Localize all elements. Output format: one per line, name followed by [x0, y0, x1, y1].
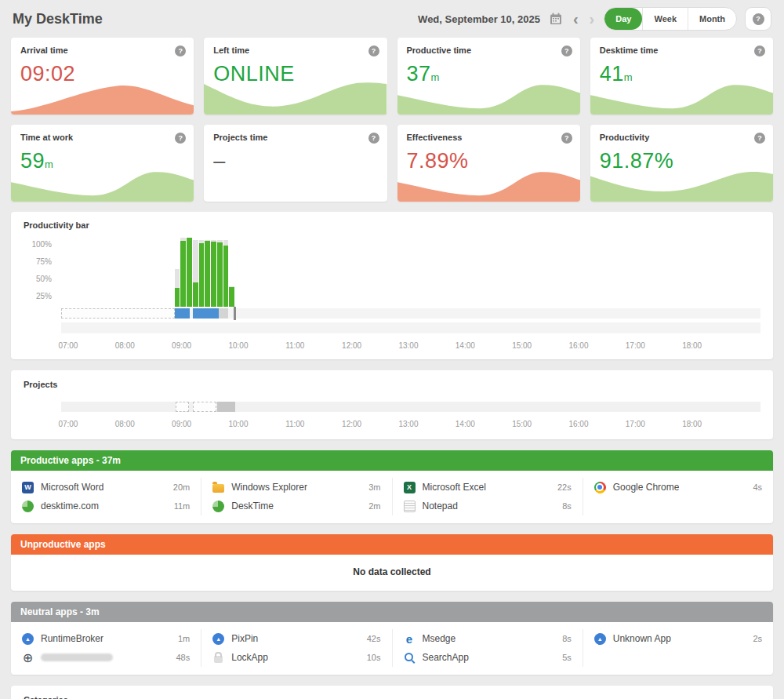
app-item[interactable]: LockApp10s — [212, 648, 380, 667]
stat-card-value: – — [204, 144, 387, 173]
stat-value-text: 37 — [407, 62, 431, 86]
app-time: 1m — [172, 634, 190, 643]
app-item[interactable]: ▲PixPin42s — [212, 629, 380, 648]
stat-card-header: Productive time? — [397, 38, 580, 56]
neutral-apps-panel: Neutral apps - 3m▲RuntimeBroker1m⊕48s▲Pi… — [11, 602, 773, 675]
timeline-segment-marker — [234, 307, 235, 320]
x-axis: 07:0008:0009:0010:0011:0012:0013:0014:00… — [61, 420, 760, 430]
app-time: 11m — [168, 501, 191, 511]
stat-card-value: ONLINE — [204, 56, 387, 86]
stat-card-title: Productive time — [407, 46, 472, 55]
app-item[interactable]: desktime.com11m — [22, 497, 190, 515]
x-tick-label: 08:00 — [115, 341, 135, 350]
x-tick-label: 11:00 — [285, 420, 304, 428]
stat-card-header: Projects time? — [204, 125, 387, 144]
x-tick-label: 15:00 — [512, 341, 532, 350]
productivity-bar-title: Productivity bar — [24, 220, 760, 230]
app-item[interactable]: XMicrosoft Excel22s — [404, 478, 572, 497]
app-item[interactable]: SearchApp5s — [404, 648, 572, 667]
help-icon[interactable]: ? — [561, 133, 572, 144]
help-icon[interactable]: ? — [368, 46, 379, 56]
globe-dark-icon: ⊕ — [22, 652, 34, 664]
app-name: Google Chrome — [613, 482, 680, 493]
productivity-bar — [187, 238, 192, 307]
app-item[interactable]: Google Chrome4s — [594, 478, 762, 497]
x-tick-label: 16:00 — [568, 420, 588, 428]
x-tick-label: 13:00 — [398, 341, 418, 350]
stat-card-title: Effectiveness — [407, 133, 463, 142]
stat-value-text: – — [213, 149, 226, 173]
help-icon[interactable]: ? — [175, 133, 186, 144]
prev-day-button[interactable]: ‹ — [572, 11, 580, 27]
categories-panel: Categories E-mailSocial MediaOffice apps… — [11, 686, 773, 699]
app-item[interactable]: ⊕48s — [22, 648, 190, 667]
projects-plot-area: 07:0008:0009:0010:0011:0012:0013:0014:00… — [61, 392, 760, 430]
help-icon[interactable]: ? — [175, 46, 186, 56]
x-tick-label: 12:00 — [342, 341, 361, 350]
help-icon[interactable]: ? — [561, 46, 572, 56]
view-tab-week[interactable]: Week — [642, 8, 688, 30]
stat-card-header: Arrival time? — [11, 38, 194, 56]
pie-green-icon — [22, 501, 34, 512]
app-item[interactable]: ▲RuntimeBroker1m — [22, 629, 190, 648]
plot-area: 07:0008:0009:0010:0011:0012:0013:0014:00… — [61, 238, 760, 351]
word-icon: W — [22, 482, 34, 493]
app-item[interactable]: eMsedge8s — [404, 629, 572, 648]
app-item[interactable]: DeskTime2m — [212, 497, 380, 515]
app-item[interactable]: WMicrosoft Word20m — [22, 478, 190, 497]
bar-fill — [211, 242, 216, 307]
y-axis: 100%75%50%25% — [24, 238, 61, 307]
app-time: 48s — [170, 653, 191, 662]
stat-value-text: 09:02 — [20, 62, 75, 86]
page-title: My DeskTime — [13, 11, 103, 27]
y-tick-label: 100% — [31, 240, 52, 249]
next-day-button[interactable]: › — [588, 11, 597, 27]
view-tab-day[interactable]: Day — [604, 8, 642, 30]
view-tab-month[interactable]: Month — [688, 8, 736, 30]
date-controls: Wed, September 10, 2025 ‹ › Day Week Mon… — [418, 7, 771, 31]
app-blue-icon: ▲ — [212, 633, 224, 645]
bar-fill — [175, 288, 180, 307]
stat-card-value: 7.89% — [397, 144, 580, 173]
app-blue-icon: ▲ — [594, 633, 606, 645]
help-icon[interactable]: ? — [368, 133, 379, 144]
timeline-segment-filled — [175, 308, 190, 319]
app-name: Microsoft Excel — [423, 482, 486, 493]
app-item[interactable]: Notepad8s — [404, 497, 572, 515]
stat-card-title: Arrival time — [20, 46, 68, 55]
app-blue-icon: ▲ — [22, 633, 34, 645]
unproductive-apps-panel: Unproductive appsNo data collected — [11, 534, 773, 591]
productivity-bar — [217, 238, 223, 307]
help-icon[interactable]: ? — [754, 46, 765, 56]
productive-apps-body: WMicrosoft Word20mdesktime.com11mWindows… — [11, 471, 773, 523]
timeline-segment-idle — [219, 308, 228, 319]
app-time: 4s — [746, 482, 762, 492]
help-button[interactable]: ? — [745, 7, 771, 31]
folder-icon — [212, 484, 224, 493]
apps-column: WMicrosoft Word20mdesktime.com11m — [11, 478, 201, 515]
stat-card-header: Left time? — [204, 38, 387, 56]
timeline-segment-solid — [217, 402, 235, 412]
productivity-bar — [223, 238, 229, 307]
stat-card-header: Effectiveness? — [397, 125, 580, 144]
app-item[interactable]: Windows Explorer3m — [212, 478, 380, 497]
notepad-icon — [404, 501, 416, 512]
x-tick-label: 11:00 — [285, 341, 304, 350]
bar-fill — [223, 246, 229, 307]
bar-fill — [199, 243, 205, 307]
calendar-icon[interactable] — [548, 12, 564, 26]
current-date-label: Wed, September 10, 2025 — [418, 13, 540, 25]
stat-cards-grid: Arrival time?09:02Left time?ONLINEProduc… — [11, 38, 773, 202]
stat-card-value: 41m — [590, 56, 773, 86]
help-icon[interactable]: ? — [754, 133, 765, 144]
app-item[interactable]: ▲Unknown App2s — [594, 629, 762, 648]
stat-card-header: Desktime time? — [590, 38, 773, 56]
stat-card-header: Productivity? — [590, 125, 773, 144]
productive-apps-header: Productive apps - 37m — [11, 450, 773, 471]
app-time: 2m — [362, 501, 380, 511]
x-tick-label: 14:00 — [456, 420, 475, 428]
categories-title: Categories — [24, 695, 760, 699]
neutral-apps-title: Neutral apps - 3m — [20, 606, 100, 617]
projects-chart: 07:0008:0009:0010:0011:0012:0013:0014:00… — [24, 392, 760, 430]
app-name: Microsoft Word — [41, 482, 103, 493]
